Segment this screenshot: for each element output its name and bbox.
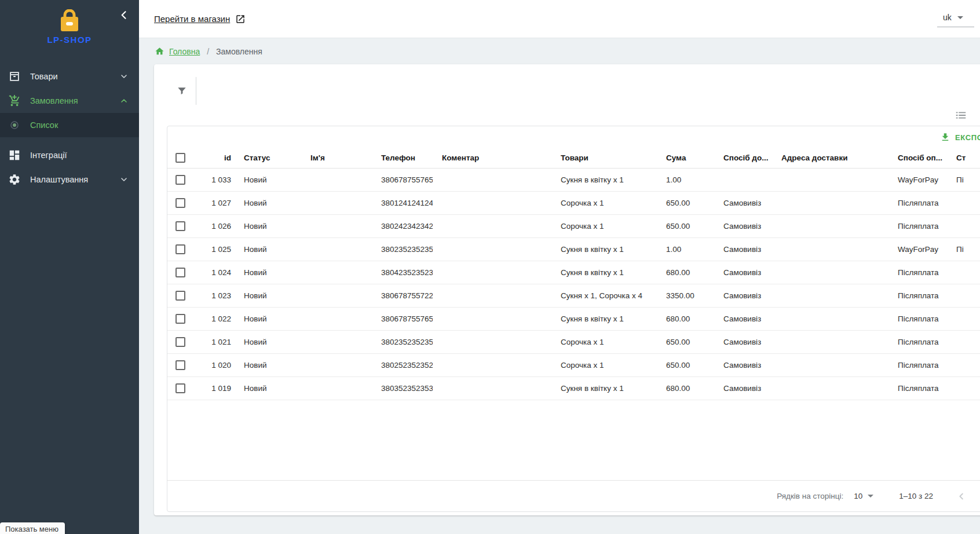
row-checkbox[interactable]: [175, 221, 185, 231]
cell-name: [301, 237, 372, 261]
export-button[interactable]: ЕКСПОРТ: [937, 130, 980, 145]
row-checkbox[interactable]: [175, 337, 185, 347]
select-all-checkbox[interactable]: [175, 153, 185, 163]
cell-payment_status: Пі: [947, 168, 980, 191]
cell-products: Сорочка x 1: [551, 191, 657, 214]
rows-per-page-label: Рядків на сторінці:: [777, 492, 843, 500]
table-row[interactable]: 1 020Новий380252352352Сорочка x 1650.00С…: [167, 353, 980, 376]
select-all-header: [167, 148, 196, 168]
column-header-id[interactable]: id: [196, 148, 235, 168]
cell-phone: 380124124124: [372, 191, 433, 214]
row-checkbox[interactable]: [175, 314, 185, 324]
sidebar-item-products[interactable]: Товари: [0, 64, 139, 89]
cell-payment_status: Пі: [947, 237, 980, 261]
cell-sum: 650.00: [657, 214, 714, 237]
cell-status: Новий: [235, 330, 301, 353]
cell-phone: 380423523523: [372, 261, 433, 284]
row-checkbox[interactable]: [175, 268, 185, 277]
cell-address: [772, 284, 888, 307]
row-checkbox[interactable]: [175, 291, 185, 301]
cell-products: Сорочка x 1: [551, 330, 657, 353]
table-row[interactable]: 1 033Новий380678755765Сукня в квітку x 1…: [167, 168, 980, 191]
cell-id: 1 022: [196, 307, 235, 330]
chevron-up-icon: [119, 96, 129, 105]
cell-address: [772, 307, 888, 330]
cell-payment: Післяплата: [888, 191, 947, 214]
gear-icon: [8, 173, 21, 186]
column-header-products[interactable]: Товари: [551, 148, 657, 168]
cell-payment: Післяплата: [888, 284, 947, 307]
breadcrumb-home-link[interactable]: Головна: [169, 47, 200, 56]
sidebar-item-orders[interactable]: Замовлення: [0, 89, 139, 113]
row-select-cell: [167, 284, 196, 307]
column-header-payment_status[interactable]: Ст: [947, 148, 980, 168]
cell-id: 1 023: [196, 284, 235, 307]
table-row[interactable]: 1 026Новий380242342342Сорочка x 1650.00С…: [167, 214, 980, 237]
sidebar-item-orders-list[interactable]: Список: [0, 113, 139, 137]
breadcrumb-separator: /: [207, 47, 209, 56]
cell-products: Сукня в квітку x 1: [551, 376, 657, 400]
cell-payment_status: [947, 191, 980, 214]
cell-payment_status: [947, 307, 980, 330]
go-to-shop-link[interactable]: Перейти в магазин: [154, 14, 246, 24]
download-icon: [940, 132, 950, 142]
cell-phone: 380678755722: [372, 284, 433, 307]
cell-status: Новий: [235, 261, 301, 284]
chevron-left-icon: [118, 9, 130, 21]
column-header-phone[interactable]: Телефон: [372, 148, 433, 168]
cell-status: Новий: [235, 214, 301, 237]
cell-address: [772, 330, 888, 353]
column-header-delivery[interactable]: Спосіб до...: [714, 148, 772, 168]
sidebar-item-settings[interactable]: Налаштування: [0, 167, 139, 192]
column-header-sum[interactable]: Сума: [657, 148, 714, 168]
table-row[interactable]: 1 021Новий380235235235Сорочка x 1650.00С…: [167, 330, 980, 353]
prev-page-button[interactable]: [956, 491, 967, 502]
table-row[interactable]: 1 024Новий380423523523Сукня в квітку x 1…: [167, 261, 980, 284]
column-header-name[interactable]: Ім'я: [301, 148, 372, 168]
table-row[interactable]: 1 027Новий380124124124Сорочка x 1650.00С…: [167, 191, 980, 214]
cell-address: [772, 376, 888, 400]
cell-status: Новий: [235, 307, 301, 330]
cell-name: [301, 376, 372, 400]
rows-per-page-select[interactable]: 10: [854, 492, 873, 500]
sidebar-item-label: Замовлення: [30, 96, 119, 105]
row-checkbox[interactable]: [175, 383, 185, 393]
sidebar-item-integrations[interactable]: Інтеграції: [0, 143, 139, 167]
filter-funnel-button[interactable]: [176, 85, 188, 99]
table-row[interactable]: 1 025Новий380235235235Сукня в квітку x 1…: [167, 237, 980, 261]
view-list-button[interactable]: [955, 109, 967, 122]
row-checkbox[interactable]: [175, 175, 185, 185]
column-header-status[interactable]: Статус: [235, 148, 301, 168]
row-checkbox[interactable]: [175, 244, 185, 254]
sidebar-menu: Товари Замовлення Список Інтеграції: [0, 64, 139, 192]
cell-id: 1 033: [196, 168, 235, 191]
column-header-payment[interactable]: Спосіб оп...: [888, 148, 947, 168]
row-checkbox[interactable]: [175, 360, 185, 370]
column-header-comment[interactable]: Коментар: [433, 148, 551, 168]
cell-delivery: Самовивіз: [714, 307, 772, 330]
cell-name: [301, 168, 372, 191]
table-row[interactable]: 1 023Новий380678755722Сукня x 1, Сорочка…: [167, 284, 980, 307]
cell-products: Сорочка x 1: [551, 353, 657, 376]
table-row[interactable]: 1 019Новий380352352353Сукня в квітку x 1…: [167, 376, 980, 400]
cell-payment: Післяплата: [888, 330, 947, 353]
cell-phone: 380235235235: [372, 237, 433, 261]
cell-comment: [433, 261, 551, 284]
caret-down-icon: [868, 495, 873, 498]
language-select[interactable]: uk: [937, 10, 974, 27]
cell-address: [772, 237, 888, 261]
logo-text: LP-SHOP: [47, 35, 92, 45]
row-checkbox[interactable]: [175, 198, 185, 208]
cell-comment: [433, 284, 551, 307]
cell-phone: 380352352353: [372, 376, 433, 400]
column-header-address[interactable]: Адреса доставки: [772, 148, 888, 168]
row-select-cell: [167, 330, 196, 353]
pagination-range: 1–10 з 22: [899, 492, 933, 500]
cell-name: [301, 214, 372, 237]
external-link-icon: [235, 14, 246, 24]
table-row[interactable]: 1 022Новий380678755765Сукня в квітку x 1…: [167, 307, 980, 330]
cell-delivery: Самовивіз: [714, 353, 772, 376]
collapse-sidebar-button[interactable]: [118, 9, 130, 23]
cell-status: Новий: [235, 284, 301, 307]
cell-delivery: Самовивіз: [714, 237, 772, 261]
